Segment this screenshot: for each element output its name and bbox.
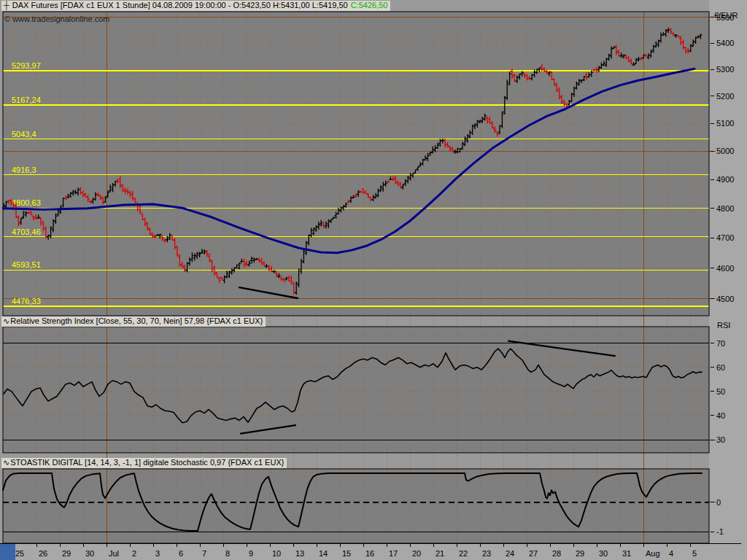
date-tick-label: 5 bbox=[692, 549, 697, 558]
date-tick-label: 27 bbox=[529, 549, 538, 558]
rsi-panel-header[interactable]: ∿Relative Strength Index [Close, 55, 30,… bbox=[1, 316, 266, 327]
level-label: 5293,97 bbox=[12, 61, 41, 70]
date-tick-label: 7 bbox=[202, 549, 206, 558]
level-label: 5167,24 bbox=[12, 96, 41, 104]
close-value: C:5426,50 bbox=[351, 1, 388, 9]
wave-icon: ∿ bbox=[3, 458, 9, 467]
date-tick-label: 6 bbox=[179, 549, 183, 558]
corner-scroll-box[interactable] bbox=[0, 544, 15, 560]
price-axis-title: €/EUR bbox=[714, 11, 738, 20]
date-tick-label: 17 bbox=[389, 549, 398, 558]
date-tick-label: 29 bbox=[62, 549, 71, 558]
date-tick-label: 3 bbox=[155, 549, 160, 558]
date-tick-label: 23 bbox=[482, 549, 491, 558]
level-label: 4703,46 bbox=[12, 228, 41, 236]
price-tick-label: 4800 bbox=[716, 204, 734, 213]
level-label: 4593,51 bbox=[12, 260, 41, 269]
date-tick-label: 8 bbox=[225, 549, 230, 558]
date-tick-label: Jul bbox=[109, 549, 119, 558]
date-tick-label: 22 bbox=[459, 549, 468, 558]
price-tick-label: 5100 bbox=[716, 119, 734, 128]
stoch-tick-label: -1 bbox=[716, 527, 724, 536]
bar-tool-icon: ┼ bbox=[4, 1, 9, 10]
price-tick-label: 5000 bbox=[716, 147, 734, 155]
stoch-panel-header[interactable]: ∿STOASTIK DIGITAL [14, 14, 3, -1, 1] dig… bbox=[1, 458, 287, 468]
date-tick-label: 13 bbox=[295, 549, 304, 558]
date-tick-label: 24 bbox=[506, 549, 514, 558]
rsi-tick-label: 40 bbox=[716, 411, 725, 420]
price-tick-label: 5200 bbox=[716, 92, 734, 101]
date-tick-label: 31 bbox=[622, 549, 631, 558]
date-tick-label: 10 bbox=[272, 549, 281, 558]
date-tick-label: 15 bbox=[342, 549, 351, 558]
price-tick-label: 4900 bbox=[716, 175, 734, 184]
stoch-header-text: STOASTIK DIGITAL [14, 14, 3, -1, 1] digi… bbox=[10, 458, 284, 467]
chart-canvas[interactable]: 5293,975167,245043,44916,34800,634703,46… bbox=[0, 0, 747, 560]
price-tick-label: 4600 bbox=[716, 264, 734, 273]
date-tick-label: 26 bbox=[39, 549, 47, 558]
level-label: 5043,4 bbox=[12, 130, 36, 139]
date-tick-label: 25 bbox=[15, 549, 24, 558]
date-tick-label: Aug bbox=[646, 549, 660, 558]
rsi-axis-title: RSI bbox=[717, 321, 730, 330]
date-tick-label: 28 bbox=[552, 549, 561, 558]
date-tick-label: 20 bbox=[412, 549, 421, 558]
date-tick-label: 21 bbox=[436, 549, 444, 558]
price-tick-label: 4700 bbox=[716, 233, 734, 242]
title-bar[interactable]: ┼DAX Futures [FDAX c1 EUX 1 Stunde] 04.0… bbox=[1, 1, 390, 11]
date-tick-label: 29 bbox=[576, 549, 584, 558]
rsi-tick-label: 50 bbox=[716, 387, 725, 396]
date-tick-label: 30 bbox=[599, 549, 608, 558]
date-tick-label: 4 bbox=[669, 549, 673, 558]
chart-window: 5293,975167,245043,44916,34800,634703,46… bbox=[0, 0, 747, 560]
price-tick-label: 5400 bbox=[716, 39, 734, 47]
rsi-tick-label: 70 bbox=[716, 339, 725, 348]
level-label: 4476,33 bbox=[12, 297, 41, 306]
price-tick-label: 4500 bbox=[716, 295, 734, 303]
rsi-tick-label: 30 bbox=[716, 435, 725, 444]
date-tick-label: 2 bbox=[132, 549, 136, 558]
rsi-header-text: Relative Strength Index [Close, 55, 30, … bbox=[10, 316, 263, 325]
date-tick-label: 14 bbox=[319, 549, 328, 558]
level-label: 4916,3 bbox=[12, 166, 36, 174]
wave-icon: ∿ bbox=[3, 316, 9, 326]
price-tick-label: 5300 bbox=[716, 65, 734, 74]
rsi-tick-label: 60 bbox=[716, 363, 725, 372]
watermark: © www.tradesignalonline.com bbox=[4, 15, 109, 23]
date-tick-label: 16 bbox=[365, 549, 374, 558]
date-tick-label: 30 bbox=[85, 549, 94, 558]
stoch-tick-label: 0 bbox=[716, 498, 721, 507]
title-text: DAX Futures [FDAX c1 EUX 1 Stunde] 04.08… bbox=[12, 1, 348, 9]
date-tick-label: 9 bbox=[249, 549, 253, 558]
